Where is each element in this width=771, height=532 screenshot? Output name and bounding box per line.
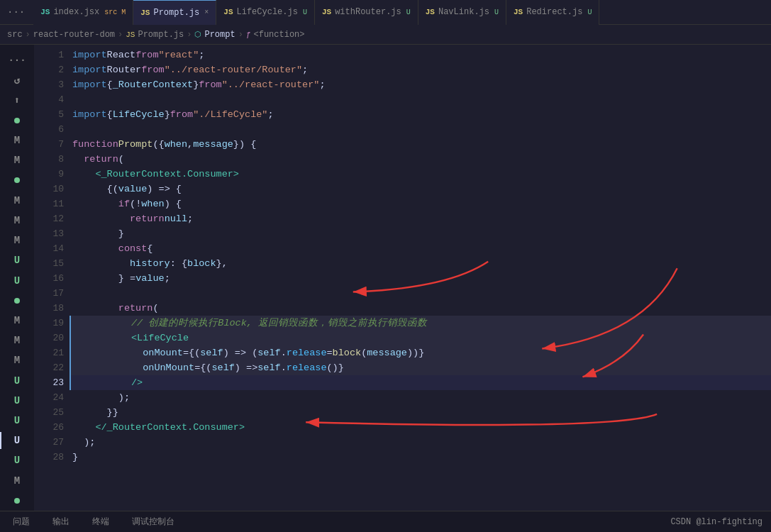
- activity-m9[interactable]: M: [0, 471, 34, 491]
- tab-label: LifeCycle.js: [236, 7, 297, 17]
- activity-dot4[interactable]: [0, 491, 34, 511]
- activity-upload[interactable]: ⬆: [0, 90, 34, 110]
- tab-label: index.jsx: [53, 7, 99, 17]
- menu-dots-icon[interactable]: ···: [3, 6, 29, 18]
- breadcrumb-function: <function>: [253, 30, 304, 40]
- breadcrumb-react-router-dom: react-router-dom: [33, 30, 115, 40]
- activity-dots[interactable]: ···: [0, 50, 34, 70]
- component-icon: ⬡: [194, 30, 201, 39]
- code-line-27: );: [70, 435, 771, 450]
- close-icon[interactable]: ×: [204, 9, 209, 16]
- line-num-1: 1: [34, 48, 64, 62]
- code-line-16: } = value;: [70, 271, 771, 286]
- breadcrumb-prompt: Prompt: [204, 30, 235, 40]
- tab-badge: U: [303, 9, 307, 16]
- code-line-9: <_RouterContext.Consumer>: [70, 167, 771, 182]
- line-num-21: 21: [34, 345, 64, 360]
- code-line-3: import { _RouterContext } from "../react…: [70, 77, 771, 92]
- line-num-10: 10: [34, 182, 64, 196]
- code-line-28: }: [70, 450, 771, 465]
- line-num-18: 18: [34, 301, 64, 316]
- activity-u3[interactable]: U: [0, 371, 34, 391]
- activity-m6[interactable]: M: [0, 311, 34, 331]
- code-line-22: onUnMount={(self) => self.release()}: [70, 360, 771, 375]
- code-line-12: return null;: [70, 211, 771, 226]
- line-num-17: 17: [34, 286, 64, 301]
- line-num-9: 9: [34, 167, 64, 182]
- activity-u5[interactable]: U: [0, 411, 34, 431]
- activity-m4[interactable]: M: [0, 211, 34, 231]
- tab-bar-controls: ···: [3, 6, 29, 18]
- code-content[interactable]: import React from "react"; import Router…: [70, 45, 771, 511]
- line-numbers: 1 2 3 4 5 6 7 8 9 10 11 12 13 14 15 16 1…: [34, 45, 70, 511]
- tab-navlink-js[interactable]: JS NavLink.js U: [418, 0, 506, 25]
- activity-u4[interactable]: U: [0, 391, 34, 411]
- activity-dot2[interactable]: [0, 170, 34, 190]
- activity-u1[interactable]: U: [0, 250, 34, 270]
- line-num-19: 19: [34, 316, 64, 331]
- tab-debug-console[interactable]: 调试控制台: [128, 513, 179, 531]
- line-num-28: 28: [34, 450, 64, 465]
- tab-output[interactable]: 输出: [48, 513, 74, 531]
- code-line-8: return (: [70, 152, 771, 167]
- code-line-10: {(value) => {: [70, 182, 771, 196]
- code-line-26: </_RouterContext.Consumer>: [70, 420, 771, 435]
- code-line-15: history: { block },: [70, 256, 771, 271]
- breadcrumb-src: src: [7, 30, 23, 40]
- tab-badge: src M: [104, 9, 126, 16]
- line-num-2: 2: [34, 62, 64, 77]
- activity-m5[interactable]: M: [0, 231, 34, 250]
- bottom-panel: 问题 输出 终端 调试控制台 CSDN @lin-fighting: [0, 511, 771, 532]
- activity-refresh[interactable]: ↺: [0, 70, 34, 90]
- breadcrumb-promptjs: Prompt.js: [138, 30, 184, 40]
- line-num-16: 16: [34, 271, 64, 286]
- line-num-27: 27: [34, 435, 64, 450]
- activity-m2[interactable]: M: [0, 150, 34, 170]
- activity-u6[interactable]: U: [0, 450, 34, 470]
- line-num-25: 25: [34, 405, 64, 420]
- activity-bar: ··· ↺ ⬆ M M M M M U U: [0, 45, 34, 511]
- code-line-14: const {: [70, 241, 771, 256]
- tab-label: NavLink.js: [438, 7, 489, 17]
- tab-index-jsx[interactable]: JS index.jsx src M: [33, 0, 133, 25]
- line-num-8: 8: [34, 152, 64, 167]
- code-line-23: />: [70, 375, 771, 390]
- code-line-24: );: [70, 390, 771, 405]
- tab-lifecycle-js[interactable]: JS LifeCycle.js U: [216, 0, 315, 25]
- tab-label: Prompt.js: [153, 8, 199, 18]
- tab-redirect-js[interactable]: JS Redirect.js U: [506, 0, 599, 25]
- editor-area: 1 2 3 4 5 6 7 8 9 10 11 12 13 14 15 16 1…: [34, 45, 771, 511]
- code-line-18: return (: [70, 301, 771, 316]
- tab-terminal[interactable]: 终端: [88, 513, 113, 531]
- tab-bar: ··· JS index.jsx src M JS Prompt.js × JS…: [0, 0, 771, 25]
- watermark-text: CSDN @lin-fighting: [670, 517, 762, 527]
- line-num-7: 7: [34, 137, 64, 152]
- tab-badge: U: [406, 9, 411, 16]
- line-num-20: 20: [34, 331, 64, 345]
- activity-m3[interactable]: M: [0, 191, 34, 211]
- activity-m8[interactable]: M: [0, 350, 34, 370]
- line-num-15: 15: [34, 256, 64, 271]
- js-icon: JS: [322, 8, 331, 16]
- tab-problems[interactable]: 问题: [9, 513, 34, 531]
- activity-dot1[interactable]: [0, 111, 34, 131]
- tab-withrouter-js[interactable]: JS withRouter.js U: [315, 0, 418, 25]
- code-line-25: }}: [70, 405, 771, 420]
- code-line-1: import React from "react";: [70, 48, 771, 62]
- activity-m7[interactable]: M: [0, 331, 34, 350]
- js-icon: JS: [426, 8, 435, 16]
- code-line-4: [70, 92, 771, 107]
- tab-label: Redirect.js: [526, 7, 582, 17]
- function-icon: ƒ: [246, 31, 251, 39]
- activity-u-active[interactable]: U: [0, 431, 34, 450]
- tab-badge: U: [587, 9, 592, 16]
- code-line-13: }: [70, 226, 771, 241]
- code-line-5: import { LifeCycle } from "./LifeCycle";: [70, 107, 771, 122]
- activity-u2[interactable]: U: [0, 270, 34, 290]
- tab-prompt-js[interactable]: JS Prompt.js ×: [133, 0, 216, 25]
- js-icon: JS: [514, 8, 523, 16]
- activity-dot3[interactable]: [0, 291, 34, 311]
- activity-m1[interactable]: M: [0, 131, 34, 150]
- line-num-4: 4: [34, 92, 64, 107]
- line-num-6: 6: [34, 122, 64, 137]
